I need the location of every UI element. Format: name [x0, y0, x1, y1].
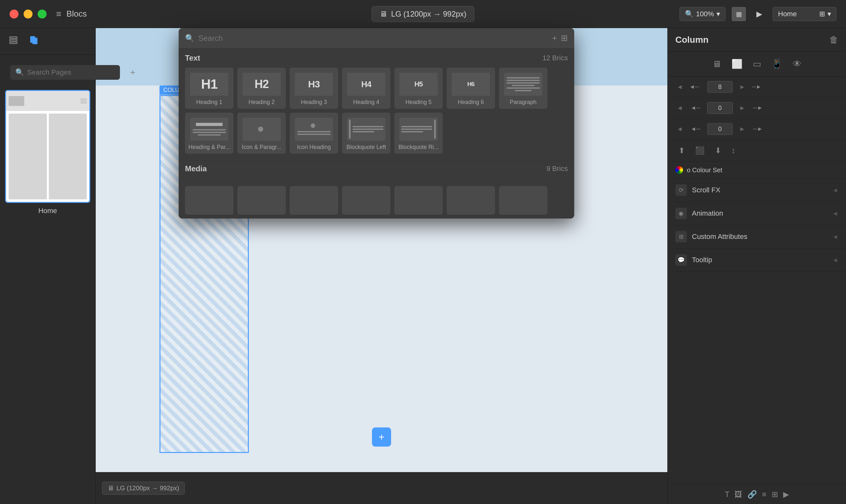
bric-item-h4[interactable]: H4 Heading 4 — [342, 68, 391, 109]
page-label: Home — [5, 207, 90, 215]
video-icon[interactable]: ▶ — [783, 490, 789, 499]
margin2-right-arrow[interactable]: ► — [738, 124, 747, 134]
bric-preview-h1: H1 — [190, 73, 229, 96]
bric-item-paragraph[interactable]: Paragraph — [499, 68, 547, 109]
media-item-6[interactable] — [447, 186, 495, 215]
bric-preview-h4: H4 — [347, 73, 385, 96]
bric-text-title: Text — [185, 54, 200, 62]
scroll-fx-label: Scroll FX — [692, 186, 832, 194]
custom-attributes-item[interactable]: ⊞ Custom Attributes ◄ — [668, 225, 846, 249]
media-item-3[interactable] — [290, 186, 338, 215]
page-selector[interactable]: Home ⊞ ▾ — [773, 7, 836, 21]
maximize-button[interactable] — [38, 10, 47, 18]
menu-icon[interactable]: ≡ — [56, 9, 61, 19]
animation-item[interactable]: ◉ Animation ◄ — [668, 202, 846, 225]
mobile-viewport-btn[interactable]: 📱 — [770, 57, 785, 71]
media-item-2[interactable] — [237, 186, 286, 215]
margin1-left-arrow[interactable]: ◄ — [675, 103, 684, 113]
margin2-left-arrow[interactable]: ◄ — [675, 124, 684, 134]
bric-label-h5: Heading 5 — [406, 99, 432, 106]
align-bottom-btn[interactable]: ⬇ — [712, 144, 724, 157]
add-page-button[interactable]: + — [128, 65, 138, 80]
zoom-level: 100% — [696, 10, 714, 18]
media-item-4[interactable] — [342, 186, 391, 215]
tab-layers[interactable] — [6, 33, 20, 50]
viewport-selector[interactable]: 🖥 LG (1200px → 992px) — [372, 6, 474, 22]
svg-rect-1 — [10, 39, 17, 41]
align-top-btn[interactable]: ⬆ — [675, 144, 688, 157]
search-pages-input[interactable] — [27, 68, 115, 76]
bq-right-bar — [434, 120, 436, 139]
align-stretch-btn[interactable]: ↕ — [728, 144, 738, 157]
margin2-value[interactable]: 0 — [707, 123, 733, 135]
bric-item-h3[interactable]: H3 Heading 3 — [290, 68, 338, 109]
bottom-viewport-text: LG (1200px → 992px) — [116, 485, 179, 492]
bric-grid-icon[interactable]: ⊞ — [561, 33, 568, 43]
play-button[interactable]: ▶ — [752, 7, 766, 21]
add-bloc-button[interactable]: + — [372, 428, 391, 447]
h1-text: H1 — [201, 76, 218, 92]
media-item-5[interactable] — [394, 186, 443, 215]
margin1-value[interactable]: 0 — [707, 102, 733, 114]
grid-pages-icon: ⊞ — [819, 10, 825, 18]
minimize-button[interactable] — [24, 10, 33, 18]
p-line-4 — [512, 85, 535, 86]
list-icon[interactable]: ≡ — [762, 490, 767, 499]
page-name: Home — [778, 10, 797, 18]
margin2-label-left: ◄─ — [689, 126, 702, 132]
eye-visibility-btn[interactable]: 👁 — [791, 57, 804, 71]
view-mode-button[interactable]: ▦ — [732, 7, 746, 21]
bric-preview-h3: H3 — [295, 73, 333, 96]
image-icon[interactable]: 🖼 — [735, 490, 742, 499]
media-item-1[interactable] — [185, 186, 234, 215]
tablet-landscape-btn[interactable]: ⬜ — [730, 57, 744, 71]
h3-text: H3 — [308, 79, 320, 90]
bric-item-h1[interactable]: H1 Heading 1 — [185, 68, 234, 109]
table-icon[interactable]: ⊞ — [772, 490, 778, 499]
chevron-down-icon: ▾ — [717, 10, 720, 18]
text-format-icon[interactable]: T — [725, 490, 730, 499]
scroll-fx-item[interactable]: ⟳ Scroll FX ◄ — [668, 179, 846, 202]
bric-item-h2[interactable]: H2 Heading 2 — [237, 68, 286, 109]
tooltip-item[interactable]: 💬 Tooltip ◄ — [668, 249, 846, 272]
bric-preview-heading-para — [190, 118, 229, 141]
animation-arrow: ◄ — [832, 210, 838, 217]
bric-items-grid: H1 Heading 1 H2 Heading 2 H3 Heading 3 — [185, 68, 568, 158]
bric-item-blockquote-right[interactable]: Blockquote Ri... — [394, 113, 443, 154]
align-center-btn[interactable]: ⬛ — [692, 144, 708, 157]
tablet-portrait-btn[interactable]: ▭ — [751, 57, 763, 71]
svg-rect-2 — [10, 42, 17, 44]
p-line-2 — [507, 80, 540, 81]
margin1-right-arrow[interactable]: ► — [738, 103, 747, 113]
add-bloc-icon[interactable]: + — [372, 428, 391, 447]
tab-pages[interactable] — [27, 33, 41, 50]
bric-item-icon-heading[interactable]: Icon Heading — [290, 113, 338, 154]
padding-left-arrow[interactable]: ◄ — [675, 82, 684, 92]
ip-icon — [258, 127, 263, 132]
link-icon[interactable]: 🔗 — [748, 490, 757, 499]
bric-item-h5[interactable]: H5 Heading 5 — [394, 68, 443, 109]
bric-label-icon-heading: Icon Heading — [297, 144, 331, 150]
colour-set-row[interactable]: o Colour Set — [668, 162, 846, 179]
media-item-7[interactable] — [499, 186, 547, 215]
padding-value[interactable]: 8 — [707, 81, 733, 93]
bric-item-h6[interactable]: H6 Heading 6 — [447, 68, 495, 109]
media-section-header: Media 9 Brics — [179, 160, 574, 177]
close-button[interactable] — [10, 10, 18, 18]
bric-add-button[interactable]: + — [552, 33, 557, 43]
bric-search-input[interactable] — [198, 34, 548, 43]
margin-row-2: ◄ ◄─ 0 ► ─► — [668, 119, 846, 140]
bric-item-blockquote-left[interactable]: Blockquote Left — [342, 113, 391, 154]
delete-button[interactable]: 🗑 — [829, 34, 838, 45]
desktop-viewport-btn[interactable]: 🖥 — [710, 57, 723, 71]
h2-text: H2 — [255, 77, 269, 91]
bric-item-heading-para[interactable]: Heading & Par... — [185, 113, 234, 154]
bric-preview-icon-heading — [295, 118, 333, 141]
page-thumbnail-home[interactable] — [5, 90, 90, 203]
search-pages-bar[interactable]: 🔍 — [10, 65, 120, 80]
bric-label-heading-para: Heading & Par... — [188, 144, 230, 150]
margin1-label-right: ─► — [752, 105, 764, 111]
padding-right-arrow[interactable]: ► — [738, 82, 747, 92]
bric-item-icon-para[interactable]: Icon & Paragr... — [237, 113, 286, 154]
zoom-control[interactable]: 🔍 100% ▾ — [680, 7, 725, 21]
